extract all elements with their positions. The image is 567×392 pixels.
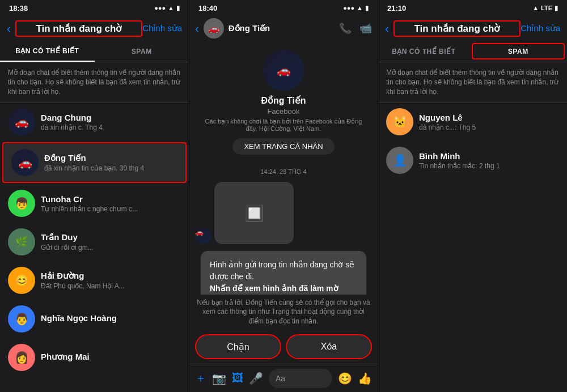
blur-icon: 🔲 — [244, 204, 264, 223]
chat-info-nghia: Nghĩa Ngọc Hoàng — [41, 313, 181, 325]
chat-info-phuong-mai: Phương Mai — [41, 352, 181, 363]
chat-info-tran-duy: Trần Duy Gửi đi rồi ơi gm... — [41, 232, 181, 252]
msg-image-placeholder[interactable]: 🔲 — [214, 182, 294, 244]
message-input[interactable]: Aa — [269, 369, 332, 388]
back-button-1[interactable]: ‹ — [7, 22, 11, 35]
chat-name-dong-tien: Đồng Tiến — [44, 153, 177, 163]
chat-panel-2: 18:40 ●●● ▲ ▮ ‹ 🚗 Đồng Tiến 📞 📹 🚗 Đồng T… — [189, 0, 378, 392]
avatar-tunoha: 👦 — [8, 190, 35, 217]
emoji-icon[interactable]: 😊 — [338, 372, 352, 385]
chat-preview-hai-duong: Đất Phú quốc, Nam Hội A... — [41, 282, 181, 290]
nav-bar-1: ‹ Tin nhắn đang chờ Chỉnh sửa — [0, 16, 189, 41]
tab-know-1[interactable]: BẠN CÓ THỂ BIẾT — [0, 41, 95, 62]
like-icon[interactable]: 👍 — [358, 372, 372, 385]
chat-item-hai-duong[interactable]: 😊 Hải Đường Đất Phú quốc, Nam Hội A... — [0, 261, 189, 300]
battery-icon: ▮ — [176, 5, 180, 12]
chat-list-3: 🐱 Nguyen Lê đã nhận c...: Thg 5 👤 Bình M… — [378, 103, 567, 392]
profile-desc: Các bạn không chơi là bạn bởi trên Faceb… — [189, 118, 378, 133]
signal-icon-2: ●●● — [343, 5, 354, 11]
chat-item-phuong-mai[interactable]: 👩 Phương Mai — [0, 338, 189, 377]
chat-preview-dong-tien: đã xin nhận tin của bạn. 30 thg 4 — [44, 164, 177, 172]
lte-icon: LTE — [541, 5, 552, 11]
info-text-1: Mở đoạn chat để biết thêm thông tin về n… — [0, 62, 189, 102]
plus-icon[interactable]: ＋ — [195, 370, 206, 386]
delete-button[interactable]: Xóa — [286, 334, 372, 359]
chat-nav-2: ‹ 🚗 Đồng Tiến 📞 📹 — [189, 16, 378, 41]
tabs-bar-3: BẠN CÓ THỂ BIẾT SPAM — [378, 41, 567, 62]
battery-icon-2: ▮ — [365, 5, 369, 12]
chat-preview-dang-chung: đã xin nhận c. Thg 4 — [41, 123, 181, 131]
tooltip-line2: Nhấn để xem hình ảnh đã làm mờ — [210, 283, 357, 295]
status-bar-2: 18:40 ●●● ▲ ▮ — [189, 0, 378, 16]
chat-item-dong-tien[interactable]: 🚗 Đồng Tiến đã xin nhận tin của bạn. 30 … — [2, 142, 187, 183]
tab-spam-1[interactable]: SPAM — [95, 41, 189, 62]
profile-name: Đồng Tiến — [261, 95, 306, 106]
view-profile-button[interactable]: XEM TRANG CÁ NHÂN — [232, 138, 334, 155]
msg-avatar-sender: 🚗 — [195, 228, 211, 244]
chat-name-binh-minh: Bình Minh — [419, 151, 559, 161]
chat-preview-tunoha: Tự nhiên nhắn c nghe chưm c... — [41, 205, 181, 213]
edit-button-3[interactable]: Chỉnh sửa — [521, 23, 560, 33]
status-icons-2: ●●● ▲ ▮ — [343, 5, 369, 12]
image-icon[interactable]: 🖼 — [232, 372, 243, 385]
input-bar: ＋ 📷 🖼 🎤 Aa 😊 👍 — [189, 364, 378, 392]
chat-item-dang-chung[interactable]: 🚗 Dang Chung đã xin nhận c. Thg 4 — [0, 103, 189, 141]
chat-info-tunoha: Tunoha Cr Tự nhiên nhắn c nghe chưm c... — [41, 194, 181, 213]
chat-avatar-2: 🚗 — [204, 18, 224, 39]
video-icon[interactable]: 📹 — [359, 22, 372, 35]
nav-icons-2: 📞 📹 — [339, 22, 372, 35]
chat-name-tran-duy: Trần Duy — [41, 232, 181, 242]
chat-item-tunoha[interactable]: 👦 Tunoha Cr Tự nhiên nhắn c nghe chưm c.… — [0, 184, 189, 223]
avatar-binh-minh: 👤 — [386, 147, 413, 174]
wifi-icon: ▲ — [168, 5, 174, 11]
status-icons-3: ▲ LTE ▮ — [532, 5, 558, 12]
info-notice: Nếu bạn trả lời, Đồng Tiến cũng sẽ có th… — [189, 295, 378, 330]
back-button-2[interactable]: ‹ — [195, 22, 199, 35]
phone-panel-1: 18:38 ●●● ▲ ▮ ‹ Tin nhắn đang chờ Chỉnh … — [0, 0, 189, 392]
tab-spam-3[interactable]: SPAM — [472, 43, 565, 59]
avatar-hai-duong: 😊 — [8, 267, 35, 294]
msg-image-wrap: 🚗 🔲 — [195, 182, 372, 244]
input-placeholder: Aa — [276, 374, 285, 383]
avatar-dang-chung: 🚗 — [8, 108, 35, 135]
signal-icon-3: ▲ — [532, 5, 539, 11]
edit-button-1[interactable]: Chỉnh sửa — [142, 23, 182, 33]
chat-list-1: 🚗 Dang Chung đã xin nhận c. Thg 4 🚗 Đồng… — [0, 103, 189, 392]
chat-item-tran-duy[interactable]: 🌿 Trần Duy Gửi đi rồi ơi gm... — [0, 223, 189, 261]
status-time-1: 18:38 — [9, 4, 28, 12]
blur-tooltip: Hình ảnh gửi trong tin nhắn đang chờ sẽ … — [201, 251, 366, 295]
action-buttons: Chặn Xóa — [189, 330, 378, 364]
status-bar-1: 18:38 ●●● ▲ ▮ — [0, 0, 189, 16]
status-icons-1: ●●● ▲ ▮ — [154, 5, 180, 12]
tab-know-3[interactable]: BẠN CÓ THỂ BIẾT — [378, 41, 469, 62]
avatar-nguyen-le: 🐱 — [386, 108, 413, 135]
message-area: 14:24, 29 THG 4 🚗 🔲 Hình ảnh gửi trong t… — [189, 161, 378, 295]
nav-title-3: Tin nhắn đang chờ — [393, 20, 521, 37]
chat-name-tunoha: Tunoha Cr — [41, 194, 181, 204]
block-button[interactable]: Chặn — [195, 334, 281, 359]
chat-name-nghia: Nghĩa Ngọc Hoàng — [41, 313, 181, 323]
chat-name-nguyen-le: Nguyen Lê — [419, 113, 559, 122]
profile-sub: Facebook — [267, 107, 299, 116]
profile-section: 🚗 Đồng Tiến Facebook Các bạn không chơi … — [189, 41, 378, 161]
status-time-2: 18:40 — [198, 4, 217, 12]
tooltip-line1: Hình ảnh gửi trong tin nhắn đang chờ sẽ … — [210, 259, 357, 283]
phone-icon[interactable]: 📞 — [339, 22, 352, 35]
chat-contact-name: Đồng Tiến — [229, 23, 335, 33]
phone-panel-3: 21:10 ▲ LTE ▮ ‹ Tin nhắn đang chờ Chỉnh … — [378, 0, 567, 392]
tabs-bar-1: BẠN CÓ THỂ BIẾT SPAM — [0, 41, 189, 62]
back-button-3[interactable]: ‹ — [385, 22, 389, 35]
chat-item-nghia[interactable]: 👨 Nghĩa Ngọc Hoàng — [0, 300, 189, 338]
chat-item-nguyen-le[interactable]: 🐱 Nguyen Lê đã nhận c...: Thg 5 — [378, 103, 567, 141]
wifi-icon-2: ▲ — [357, 5, 363, 11]
msg-time: 14:24, 29 THG 4 — [195, 168, 372, 175]
chat-item-binh-minh[interactable]: 👤 Bình Minh Tin nhắn thắc mắc: 2 thg 1 — [378, 141, 567, 180]
status-bar-3: 21:10 ▲ LTE ▮ — [378, 0, 567, 16]
chat-info-dong-tien: Đồng Tiến đã xin nhận tin của bạn. 30 th… — [44, 153, 177, 172]
mic-icon[interactable]: 🎤 — [249, 372, 263, 385]
camera-icon[interactable]: 📷 — [212, 372, 226, 385]
chat-info-dang-chung: Dang Chung đã xin nhận c. Thg 4 — [41, 113, 181, 131]
chat-name-dang-chung: Dang Chung — [41, 113, 181, 122]
profile-avatar: 🚗 — [263, 50, 304, 91]
chat-name-hai-duong: Hải Đường — [41, 271, 181, 281]
